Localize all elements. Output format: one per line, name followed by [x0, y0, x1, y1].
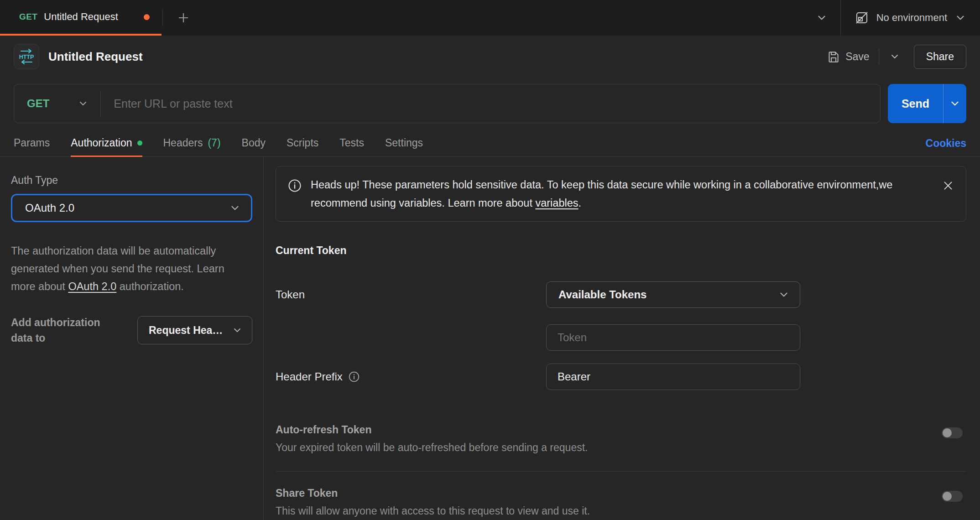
tab-headers[interactable]: Headers (7) [163, 130, 221, 157]
current-token-heading: Current Token [276, 244, 966, 257]
available-tokens-select[interactable]: Available Tokens [546, 281, 800, 308]
oauth2-docs-link[interactable]: OAuth 2.0 [68, 281, 116, 292]
tab-settings[interactable]: Settings [385, 130, 423, 157]
chevron-down-icon [816, 12, 828, 24]
share-token-description: This will allow anyone with access to th… [276, 505, 590, 517]
auto-refresh-title: Auto-refresh Token [276, 424, 588, 436]
request-header: HTTP Untitled Request Save Share [0, 36, 980, 78]
authorization-content: Auth Type OAuth 2.0 The authorization da… [0, 157, 980, 520]
url-bar: GET [14, 84, 881, 123]
header-prefix-input[interactable] [546, 364, 800, 390]
tab-options-button[interactable] [803, 12, 840, 24]
headers-count-badge: (7) [208, 137, 220, 149]
tab-separator [162, 10, 163, 26]
url-input[interactable] [114, 97, 880, 110]
header-actions: Save Share [827, 45, 966, 69]
tab-scripts[interactable]: Scripts [287, 130, 318, 157]
save-button[interactable]: Save [827, 51, 869, 63]
http-request-icon: HTTP [14, 44, 39, 69]
request-title: Untitled Request [48, 50, 143, 64]
add-auth-data-value: Request Hea… [149, 324, 223, 337]
auth-config-panel: Auth Type OAuth 2.0 The authorization da… [0, 157, 264, 520]
share-token-row: Share Token This will allow anyone with … [276, 487, 966, 517]
chevron-down-icon [229, 202, 241, 214]
tab-tests[interactable]: Tests [339, 130, 364, 157]
new-tab-button[interactable] [172, 9, 195, 26]
add-auth-data-label: Add authorization data to [11, 315, 109, 346]
toggle-knob [943, 428, 952, 437]
share-token-toggle[interactable] [942, 491, 963, 502]
tab-body[interactable]: Body [242, 130, 266, 157]
cookies-link[interactable]: Cookies [926, 137, 966, 150]
toggle-knob [943, 492, 952, 501]
chevron-down-icon [954, 12, 966, 24]
banner-close-button[interactable] [942, 180, 954, 192]
divider [276, 471, 966, 472]
token-input[interactable] [546, 324, 800, 351]
divider [879, 48, 879, 65]
request-tabs: Params Authorization Headers (7) Body Sc… [0, 130, 980, 157]
auth-type-value: OAuth 2.0 [25, 202, 74, 214]
chevron-down-icon [949, 98, 961, 109]
info-icon [288, 179, 302, 192]
method-selector[interactable] [49, 98, 100, 109]
sensitive-data-banner: Heads up! These parameters hold sensitiv… [276, 166, 966, 222]
token-panel: Heads up! These parameters hold sensitiv… [264, 157, 980, 520]
close-icon [942, 180, 954, 192]
environment-label: No environment [876, 12, 947, 24]
file-tab-bar: GET Untitled Request No environment [0, 0, 980, 36]
auto-refresh-description: Your expired token will be auto-refreshe… [276, 442, 588, 454]
token-row: Token Available Tokens [276, 281, 966, 308]
method-selector-value: GET [14, 97, 49, 110]
environment-selector[interactable]: No environment [841, 0, 980, 36]
tab-bar-right: No environment [803, 0, 980, 36]
url-row: GET Send [0, 78, 980, 123]
plus-icon [177, 11, 190, 25]
divider [100, 91, 101, 116]
save-options-button[interactable] [886, 48, 903, 65]
auth-type-label: Auth Type [11, 174, 252, 187]
add-auth-data-row: Add authorization data to Request Hea… [11, 315, 252, 346]
token-input-row [546, 324, 966, 351]
save-label: Save [845, 51, 869, 63]
add-auth-data-select[interactable]: Request Hea… [137, 316, 252, 344]
tab-params[interactable]: Params [14, 130, 50, 157]
chevron-down-icon [78, 98, 89, 109]
no-environment-icon [855, 10, 869, 25]
chevron-down-icon [232, 325, 243, 336]
share-token-title: Share Token [276, 487, 590, 499]
send-options-button[interactable] [944, 98, 966, 109]
unsaved-changes-dot [144, 14, 150, 20]
auth-description: The authorization data will be automatic… [11, 242, 243, 296]
banner-text: Heads up! These parameters hold sensitiv… [311, 176, 927, 212]
chevron-down-icon [889, 51, 900, 62]
request-file-tab[interactable]: GET Untitled Request [0, 0, 162, 36]
auto-refresh-toggle[interactable] [942, 427, 963, 438]
variables-link[interactable]: variables [535, 197, 578, 209]
info-icon [348, 371, 360, 383]
send-label: Send [888, 97, 943, 110]
share-button[interactable]: Share [914, 45, 966, 69]
header-prefix-row: Header Prefix [276, 364, 966, 390]
save-icon [827, 51, 839, 63]
auth-type-select[interactable]: OAuth 2.0 [11, 194, 252, 222]
auth-configured-dot [137, 140, 142, 146]
header-prefix-label: Header Prefix [276, 370, 546, 383]
available-tokens-value: Available Tokens [558, 288, 646, 301]
token-label: Token [276, 288, 546, 301]
svg-text:HTTP: HTTP [19, 54, 34, 60]
tab-authorization[interactable]: Authorization [71, 130, 142, 157]
send-button[interactable]: Send [888, 84, 966, 123]
tab-method-label: GET [19, 12, 37, 22]
chevron-down-icon [778, 289, 790, 301]
auto-refresh-row: Auto-refresh Token Your expired token wi… [276, 424, 966, 454]
tab-title: Untitled Request [44, 11, 118, 23]
